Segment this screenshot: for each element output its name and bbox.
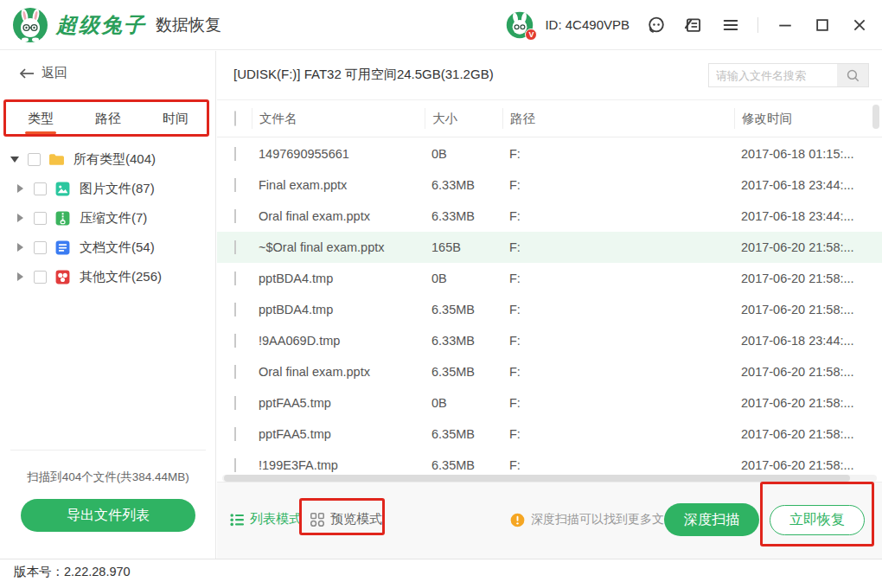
- row-checkbox[interactable]: [234, 147, 236, 161]
- horizontal-scrollbar-thumb[interactable]: [224, 475, 850, 482]
- row-checkbox-cell: [217, 427, 252, 441]
- row-checkbox[interactable]: [234, 458, 236, 472]
- tree-item-label: 图片文件(87): [80, 181, 155, 197]
- column-header-path[interactable]: 路径: [502, 108, 734, 129]
- tree-item-images[interactable]: 图片文件(87): [0, 174, 216, 203]
- caret-right-icon[interactable]: [17, 243, 23, 252]
- cell-modified: 2017-06-20 21:58:...: [734, 365, 882, 379]
- checkbox[interactable]: [34, 212, 47, 225]
- user-avatar[interactable]: V: [506, 11, 534, 39]
- table-body: 1497690955661 0B F: 2017-06-18 01:15:...…: [217, 138, 882, 475]
- column-header-size[interactable]: 大小: [425, 108, 502, 129]
- checkbox[interactable]: [34, 271, 47, 284]
- cell-size: 6.33MB: [425, 334, 502, 348]
- caret-right-icon[interactable]: [17, 184, 23, 193]
- close-button[interactable]: [849, 15, 870, 35]
- row-checkbox[interactable]: [234, 178, 236, 192]
- maximize-button[interactable]: [812, 15, 833, 35]
- tree-item-label: 所有类型(404): [74, 151, 156, 168]
- tree-item-all-types[interactable]: 所有类型(404): [0, 144, 216, 174]
- column-header-modified[interactable]: 修改时间: [734, 108, 882, 129]
- tree-item-documents[interactable]: 文档文件(54): [0, 233, 216, 262]
- row-checkbox[interactable]: [234, 303, 236, 316]
- list-mode-icon: [229, 512, 245, 527]
- scan-summary: 扫描到404个文件(共384.44MB): [0, 470, 216, 485]
- table-row[interactable]: pptBDA4.tmp 0B F: 2017-06-20 21:58:...: [217, 263, 882, 294]
- tree-item-archives[interactable]: 压缩文件(7): [0, 203, 216, 233]
- vertical-scrollbar-thumb[interactable]: [872, 105, 879, 129]
- row-checkbox[interactable]: [234, 427, 236, 441]
- row-checkbox-cell: [217, 178, 252, 192]
- cell-size: 6.35MB: [425, 427, 502, 441]
- menu-icon[interactable]: [720, 15, 741, 35]
- tree-item-others[interactable]: 其他文件(256): [0, 262, 216, 291]
- cell-size: 0B: [425, 147, 502, 161]
- row-checkbox[interactable]: [234, 396, 236, 410]
- row-checkbox[interactable]: [234, 240, 236, 254]
- horizontal-scrollbar[interactable]: [222, 475, 877, 482]
- row-checkbox-cell: [217, 240, 252, 254]
- tab-path[interactable]: 路径: [93, 102, 123, 136]
- row-checkbox[interactable]: [234, 272, 236, 285]
- cell-path: F:: [502, 458, 734, 472]
- cell-name: pptBDA4.tmp: [252, 272, 425, 285]
- export-file-list-button[interactable]: 导出文件列表: [21, 499, 195, 532]
- cell-size: 6.33MB: [425, 178, 502, 192]
- cell-size: 6.35MB: [425, 458, 502, 472]
- tree-item-label: 文档文件(54): [80, 240, 155, 256]
- recover-now-button[interactable]: 立即恢复: [770, 505, 865, 535]
- row-checkbox-cell: [217, 334, 252, 348]
- tab-time[interactable]: 时间: [161, 102, 190, 136]
- feedback-icon[interactable]: [683, 15, 704, 35]
- list-mode-button[interactable]: 列表模式: [229, 511, 302, 527]
- table-row[interactable]: ~$Oral final exam.pptx 165B F: 2017-06-2…: [217, 232, 882, 263]
- checkbox[interactable]: [34, 182, 47, 195]
- preview-mode-button[interactable]: 预览模式: [310, 511, 382, 527]
- tab-type[interactable]: 类型: [26, 102, 55, 136]
- row-checkbox-cell: [217, 209, 252, 223]
- title-bar-divider: [757, 17, 758, 33]
- select-all-checkbox[interactable]: [234, 111, 236, 126]
- sidebar-tabs: 类型 路径 时间: [0, 99, 216, 137]
- caret-right-icon[interactable]: [17, 272, 23, 281]
- caret-down-icon[interactable]: [10, 157, 19, 163]
- cell-modified: 2017-06-20 21:58:...: [734, 396, 882, 410]
- checkbox[interactable]: [34, 241, 47, 254]
- table-row[interactable]: pptFAA5.tmp 6.35MB F: 2017-06-20 21:58:.…: [217, 419, 882, 450]
- cell-name: Oral final exam.pptx: [252, 209, 425, 223]
- deep-scan-button[interactable]: 深度扫描: [664, 503, 759, 536]
- search-input[interactable]: [709, 64, 837, 86]
- table-row[interactable]: Oral final exam.pptx 6.35MB F: 2017-06-2…: [217, 356, 882, 387]
- column-header-name[interactable]: 文件名: [252, 108, 425, 129]
- back-button[interactable]: 返回: [19, 65, 67, 81]
- cell-modified: 2017-06-18 23:44:...: [734, 178, 882, 192]
- sidebar-divider: [10, 450, 206, 451]
- row-checkbox[interactable]: [234, 209, 236, 223]
- table-row[interactable]: Final exam.pptx 6.33MB F: 2017-06-18 23:…: [217, 169, 882, 201]
- customer-service-icon[interactable]: [646, 15, 667, 35]
- app-window: 超级兔子 数据恢复 V ID: 4C490VPB: [0, 0, 882, 588]
- row-checkbox-cell: [217, 365, 252, 379]
- caret-right-icon[interactable]: [17, 214, 23, 222]
- user-id: ID: 4C490VPB: [545, 17, 630, 32]
- brand-name: 超级兔子: [56, 11, 146, 39]
- minimize-button[interactable]: [775, 15, 796, 35]
- table-row[interactable]: 1497690955661 0B F: 2017-06-18 01:15:...: [217, 138, 882, 169]
- checkbox[interactable]: [28, 153, 41, 166]
- cell-path: F:: [502, 272, 734, 285]
- cell-name: Final exam.pptx: [252, 178, 425, 192]
- row-checkbox[interactable]: [234, 334, 236, 348]
- table-row[interactable]: pptBDA4.tmp 6.35MB F: 2017-06-20 21:58:.…: [217, 294, 882, 325]
- archive-file-icon: [54, 210, 71, 227]
- cell-modified: 2017-06-18 01:15:...: [734, 147, 882, 161]
- select-all-cell: [217, 112, 252, 125]
- cell-modified: 2017-06-20 21:58:...: [734, 427, 882, 441]
- row-checkbox[interactable]: [234, 365, 236, 379]
- table-row[interactable]: Oral final exam.pptx 6.33MB F: 2017-06-1…: [217, 201, 882, 232]
- table-row[interactable]: !9AA069D.tmp 6.33MB F: 2017-06-18 23:44:…: [217, 325, 882, 356]
- cell-size: 6.33MB: [425, 209, 502, 223]
- row-checkbox-cell: [217, 458, 252, 472]
- table-row[interactable]: pptFAA5.tmp 0B F: 2017-06-20 21:58:...: [217, 387, 882, 419]
- search-button[interactable]: [837, 64, 868, 86]
- table-row[interactable]: !199E3FA.tmp 6.35MB F: 2017-06-20 21:58:…: [217, 450, 882, 475]
